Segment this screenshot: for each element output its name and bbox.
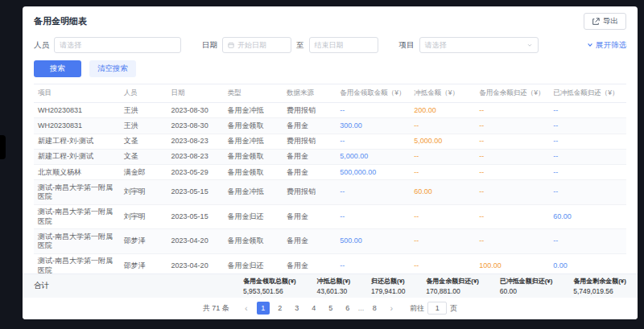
summary-stat: 备用金余额归还(¥)170,881.00 bbox=[426, 277, 479, 295]
page-button[interactable]: 5 bbox=[324, 302, 337, 315]
expand-filter-link[interactable]: 展开筛选 bbox=[587, 40, 626, 51]
goto-page-input[interactable] bbox=[427, 302, 447, 315]
date-start-input[interactable]: 开始日期 bbox=[222, 37, 291, 53]
table-cell: 5,000.00 bbox=[410, 134, 475, 149]
table-cell: 2023-05-15 bbox=[167, 204, 224, 229]
table-row: WH20230831王洪2023-08-30备用金领取备用金300.00----… bbox=[34, 118, 626, 134]
table-cell: 60.00 bbox=[410, 180, 475, 205]
summary-stat: 已冲抵金额归还(¥)60.00 bbox=[500, 277, 553, 295]
table-cell: -- bbox=[475, 134, 549, 149]
table-cell: 测试-南昌大学第一附属医院 bbox=[34, 253, 120, 273]
table-cell: 5,000.00 bbox=[336, 149, 410, 164]
table-cell: -- bbox=[336, 180, 410, 205]
table-cell: 2023-04-20 bbox=[167, 253, 224, 273]
column-header: 备用金领取金额（¥） bbox=[336, 84, 410, 103]
table-cell: -- bbox=[475, 165, 549, 180]
table-cell: -- bbox=[410, 204, 475, 229]
table-cell: 新建工程-刘-测试 bbox=[34, 149, 120, 164]
table-cell: 王洪 bbox=[120, 103, 167, 118]
project-placeholder: 请选择 bbox=[425, 40, 447, 51]
table-cell: -- bbox=[475, 180, 549, 205]
column-header: 已冲抵金额归还（¥） bbox=[549, 84, 626, 103]
column-header: 人员 bbox=[120, 84, 167, 103]
table-cell: 文圣 bbox=[120, 149, 167, 164]
table-cell: 2023-08-30 bbox=[167, 118, 224, 134]
page-button[interactable]: 1 bbox=[257, 302, 270, 315]
table-cell: 备用金冲抵 bbox=[224, 180, 283, 205]
filter-bar: 人员 日期 开始日期 至 结束日期 项目 请选择 bbox=[23, 34, 638, 56]
table-row: 测试-南昌大学第一附属医院刘宇明2023-05-15备用金冲抵费用报销--60.… bbox=[34, 180, 626, 205]
summary-stat-label: 备用金余额归还(¥) bbox=[426, 277, 479, 286]
goto-prefix: 前往 bbox=[410, 303, 424, 314]
table-cell: 200.00 bbox=[410, 103, 475, 118]
table-cell: -- bbox=[549, 134, 626, 149]
project-label: 项目 bbox=[399, 40, 415, 51]
summary-stat-label: 备用金剩余金额(¥) bbox=[573, 277, 626, 286]
date-start-placeholder: 开始日期 bbox=[237, 40, 266, 51]
pagination-total-text: 共 71 条 bbox=[203, 303, 229, 314]
table-cell: 新建工程-刘-测试 bbox=[34, 134, 120, 149]
table-cell: 备用金领取 bbox=[224, 118, 283, 134]
next-page-button[interactable]: › bbox=[385, 302, 398, 315]
summary-stat-value: 5,749,019.56 bbox=[573, 287, 626, 295]
table-cell: 备用金冲抵 bbox=[224, 103, 283, 118]
project-select[interactable]: 请选择 bbox=[419, 37, 539, 53]
export-icon bbox=[592, 18, 600, 26]
table-cell: 满金郎 bbox=[120, 165, 167, 180]
table-cell: -- bbox=[336, 204, 410, 229]
project-filter: 项目 请选择 bbox=[399, 37, 539, 53]
page-button[interactable]: 3 bbox=[291, 302, 303, 315]
page-button[interactable]: 4 bbox=[308, 302, 320, 315]
action-bar: 搜索 清空搜索 bbox=[23, 56, 638, 84]
table-row: 测试-南昌大学第一附属医院邵梦泽2023-04-20备用金归还备用金----10… bbox=[34, 253, 626, 273]
table-cell: -- bbox=[549, 118, 626, 134]
date-end-input[interactable]: 结束日期 bbox=[309, 37, 378, 53]
data-table: 项目人员日期类型数据来源备用金领取金额（¥）冲抵金额（¥）备用金余额归还（¥）已… bbox=[23, 84, 638, 273]
table-cell: -- bbox=[549, 165, 626, 180]
table-cell: 500,000.00 bbox=[336, 165, 410, 180]
calendar-icon bbox=[228, 42, 234, 48]
goto-page: 前往 页 bbox=[410, 302, 457, 315]
table-cell: 100.00 bbox=[475, 253, 549, 273]
export-button[interactable]: 导出 bbox=[584, 13, 626, 30]
drawer-handle[interactable] bbox=[0, 135, 6, 159]
summary-stat-label: 冲抵总额(¥) bbox=[316, 277, 350, 286]
table-row: WH20230831王洪2023-08-30备用金冲抵费用报销--200.00-… bbox=[34, 103, 626, 118]
pagination: 共 71 条 ‹ 123456...8 › 前往 页 bbox=[23, 298, 638, 319]
page-button[interactable]: 2 bbox=[274, 302, 287, 315]
search-button[interactable]: 搜索 bbox=[34, 60, 81, 77]
clear-search-button[interactable]: 清空搜索 bbox=[89, 60, 136, 77]
page-button[interactable]: 6 bbox=[341, 302, 354, 315]
table-cell: 备用金 bbox=[283, 204, 336, 229]
summary-stat-value: 5,953,501.56 bbox=[243, 287, 296, 295]
table-cell: 备用金冲抵 bbox=[224, 134, 283, 149]
table-cell: 邵梦泽 bbox=[120, 229, 167, 254]
table-cell: 2023-05-29 bbox=[167, 165, 224, 180]
table-cell: 刘宇明 bbox=[120, 204, 167, 229]
summary-stat-value: 43,601.30 bbox=[316, 287, 350, 295]
goto-suffix: 页 bbox=[450, 303, 457, 314]
table-cell: -- bbox=[410, 165, 475, 180]
table-cell: 60.00 bbox=[549, 204, 626, 229]
table-row: 新建工程-刘-测试文圣2023-08-23备用金冲抵费用报销--5,000.00… bbox=[34, 134, 626, 149]
table-cell: 备用金归还 bbox=[224, 204, 283, 229]
table-cell: 备用金归还 bbox=[224, 253, 283, 273]
summary-stat: 备用金剩余金额(¥)5,749,019.56 bbox=[573, 277, 626, 295]
prev-page-button[interactable]: ‹ bbox=[240, 302, 253, 315]
chevron-down-icon bbox=[526, 42, 533, 48]
table-cell: 300.00 bbox=[336, 118, 410, 134]
person-select[interactable] bbox=[54, 37, 181, 53]
column-header: 备用金余额归还（¥） bbox=[475, 84, 549, 103]
person-label: 人员 bbox=[34, 40, 49, 51]
date-end-placeholder: 结束日期 bbox=[315, 40, 344, 51]
table-cell: 邵梦泽 bbox=[120, 253, 167, 273]
table-cell: 备用金 bbox=[283, 229, 336, 254]
summary-stat: 归还总额(¥)179,941.00 bbox=[371, 277, 406, 295]
table-cell: 备用金 bbox=[283, 118, 336, 134]
chevron-down-icon bbox=[587, 42, 593, 48]
page-button[interactable]: 8 bbox=[368, 302, 381, 315]
table-header-row: 项目人员日期类型数据来源备用金领取金额（¥）冲抵金额（¥）备用金余额归还（¥）已… bbox=[34, 84, 626, 103]
person-filter: 人员 bbox=[34, 37, 181, 53]
table-cell: -- bbox=[475, 229, 549, 254]
table-cell: -- bbox=[549, 103, 626, 118]
